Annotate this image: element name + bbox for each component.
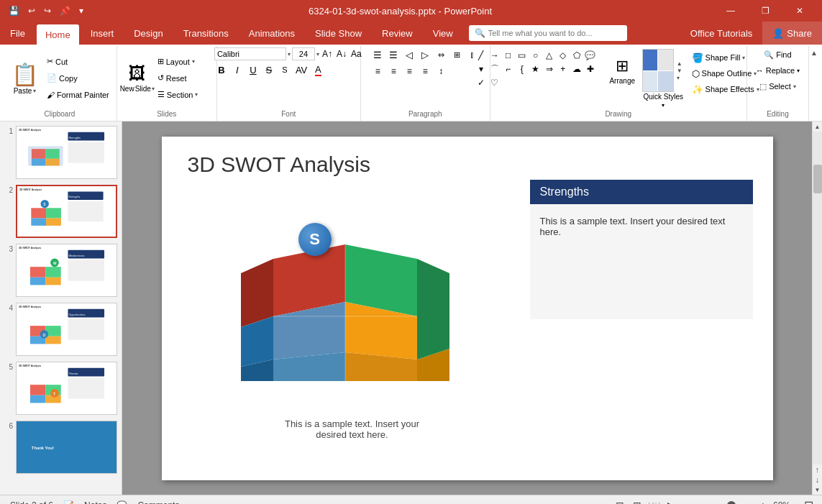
office-tutorials-button[interactable]: Office Tutorials — [680, 22, 762, 45]
underline-button[interactable]: U — [246, 63, 260, 77]
zoom-out-icon[interactable]: − — [685, 500, 691, 505]
shape-callout[interactable]: 💬 — [584, 49, 597, 62]
strikethrough-button[interactable]: S — [262, 63, 276, 77]
slide-thumb-4[interactable]: 4 3D SWOT Analysis Opportunities O — [3, 301, 119, 357]
zoom-level[interactable]: 68% — [769, 500, 795, 505]
save-button[interactable]: 💾 — [6, 6, 22, 16]
slideshow-view-button[interactable]: ▶ — [664, 498, 680, 505]
replace-button[interactable]: ↔ Replace ▾ — [752, 63, 804, 78]
shapes-more[interactable]: ▾ — [475, 63, 488, 75]
slide-image-1[interactable]: 3D SWOT Analysis Strengths — [16, 126, 117, 179]
shape-rounded-rect[interactable]: ▭ — [516, 49, 529, 62]
slide-image-2[interactable]: 3D SWOT Analysis Strengths S — [16, 185, 117, 238]
slide-thumb-5[interactable]: 5 3D SWOT Analysis Threats T — [3, 360, 119, 416]
reset-button[interactable]: ↺ Reset — [155, 70, 212, 86]
slide-thumb-2[interactable]: 2 3D SWOT Analysis Strengths S — [3, 183, 119, 239]
font-name-dropdown-icon[interactable]: ▾ — [288, 51, 291, 58]
scroll-down-button[interactable]: ▼ — [813, 485, 823, 495]
character-spacing-button[interactable]: AV — [293, 63, 309, 77]
slide-image-3[interactable]: 3D SWOT Analysis Weaknesses W — [16, 244, 117, 297]
menu-file[interactable]: File — [0, 22, 35, 45]
slide-image-5[interactable]: 3D SWOT Analysis Threats T — [16, 362, 117, 415]
slide-image-4[interactable]: 3D SWOT Analysis Opportunities O — [16, 303, 117, 356]
shape-cross[interactable]: ✚ — [584, 63, 597, 75]
menu-animations[interactable]: Animations — [239, 22, 305, 45]
shape-diamond[interactable]: ◇ — [557, 49, 570, 62]
scroll-up-button[interactable]: ▲ — [813, 122, 823, 132]
font-size-dropdown-icon[interactable]: ▾ — [316, 51, 319, 58]
slide-thumb-6[interactable]: 6 Thank You! — [3, 419, 119, 475]
pin-button[interactable]: 📌 — [57, 6, 73, 16]
zoom-thumb[interactable] — [727, 501, 736, 505]
shape-curve[interactable]: ⌒ — [488, 63, 501, 75]
comments-button[interactable]: Comments — [133, 500, 183, 505]
section-button[interactable]: ☰ Section ▾ — [155, 87, 212, 103]
italic-button[interactable]: I — [230, 63, 245, 77]
align-right-button[interactable]: ≡ — [402, 64, 416, 78]
share-button[interactable]: 👤 Share — [762, 22, 822, 45]
menu-transitions[interactable]: Transitions — [173, 22, 239, 45]
copy-button[interactable]: 📄 Copy — [44, 70, 112, 86]
select-button[interactable]: ⬚ Select ▾ — [755, 79, 800, 93]
shape-rect[interactable]: □ — [502, 49, 515, 62]
shape-triangle[interactable]: △ — [543, 49, 556, 62]
justify-button[interactable]: ≡ — [418, 64, 432, 78]
notes-button[interactable]: Notes — [80, 500, 111, 505]
increase-font-button[interactable]: A↑ — [321, 47, 334, 60]
numbered-list-button[interactable]: ☰ — [386, 47, 401, 62]
paste-button[interactable]: 📋 Paste ▾ — [7, 47, 42, 109]
fit-slide-button[interactable]: ⊡ — [800, 498, 816, 505]
shape-pentagon[interactable]: ⬠ — [570, 49, 583, 62]
cut-button[interactable]: ✂ Cut — [44, 54, 112, 70]
bullet-list-button[interactable]: ☰ — [370, 47, 385, 62]
find-button[interactable]: 🔍 Find — [759, 47, 795, 62]
text-direction-button[interactable]: ⇔ — [434, 47, 448, 62]
scroll-thumb[interactable] — [813, 165, 822, 193]
search-input[interactable] — [488, 29, 621, 37]
shape-arrow[interactable]: → — [488, 49, 501, 62]
minimize-button[interactable]: — — [714, 0, 747, 22]
menu-view[interactable]: View — [423, 22, 463, 45]
increase-indent-button[interactable]: ▷ — [418, 47, 432, 62]
redo-button[interactable]: ↪ — [41, 6, 54, 16]
decrease-font-button[interactable]: A↓ — [335, 47, 348, 60]
slide-sorter-button[interactable]: ⊞ — [629, 498, 645, 505]
slide-content[interactable]: 3D SWOT Analysis Strengths This is a sam… — [162, 137, 773, 480]
slide-image-6[interactable]: Thank You! — [16, 421, 117, 474]
slide-thumb-1[interactable]: 1 3D SWOT Analysis Strengths — [3, 124, 119, 180]
decrease-indent-button[interactable]: ◁ — [402, 47, 416, 62]
quick-styles-palette[interactable] — [642, 49, 674, 92]
quick-styles-down-icon[interactable]: ▼ — [677, 68, 682, 74]
slide-thumb-3[interactable]: 3 3D SWOT Analysis Weaknesses W — [3, 242, 119, 298]
font-name-input[interactable] — [214, 47, 286, 60]
quick-styles-more-icon[interactable]: ▾ — [677, 75, 682, 81]
prev-slide-button[interactable]: ↑ — [813, 464, 823, 475]
bold-button[interactable]: B — [214, 63, 229, 77]
customize-qat-button[interactable]: ▾ — [76, 6, 86, 16]
zoom-in-icon[interactable]: + — [760, 500, 766, 505]
normal-view-button[interactable]: ⊡ — [612, 498, 628, 505]
line-spacing-button[interactable]: ↕ — [434, 64, 448, 78]
shape-oval[interactable]: ○ — [529, 49, 542, 62]
restore-button[interactable]: ❐ — [749, 0, 782, 22]
menu-insert[interactable]: Insert — [81, 22, 124, 45]
font-size-input[interactable] — [292, 47, 315, 60]
layout-button[interactable]: ⊞ Layout ▾ — [155, 54, 212, 70]
reading-view-button[interactable]: 📖 — [647, 498, 662, 505]
shape-heart[interactable]: ♡ — [488, 76, 501, 89]
format-painter-button[interactable]: 🖌 Format Painter — [44, 87, 112, 103]
shape-bracket[interactable]: ⌐ — [502, 63, 515, 75]
undo-button[interactable]: ↩ — [25, 6, 38, 16]
swot-3d-diagram[interactable]: S — [205, 216, 485, 381]
quick-styles-up-icon[interactable]: ▲ — [677, 60, 682, 67]
convert-to-smartart-button[interactable]: ⊞ — [449, 47, 464, 62]
slide-title[interactable]: 3D SWOT Analysis — [188, 152, 371, 177]
menu-home[interactable]: Home — [37, 24, 79, 45]
menu-review[interactable]: Review — [372, 22, 423, 45]
collapse-ribbon-button[interactable]: ▲ — [810, 49, 818, 57]
align-center-button[interactable]: ≡ — [386, 64, 401, 78]
font-color-button[interactable]: A — [311, 63, 325, 77]
shape-star[interactable]: ★ — [529, 63, 542, 75]
shape-line[interactable]: ╱ — [475, 49, 488, 62]
next-slide-button[interactable]: ↓ — [813, 475, 823, 485]
